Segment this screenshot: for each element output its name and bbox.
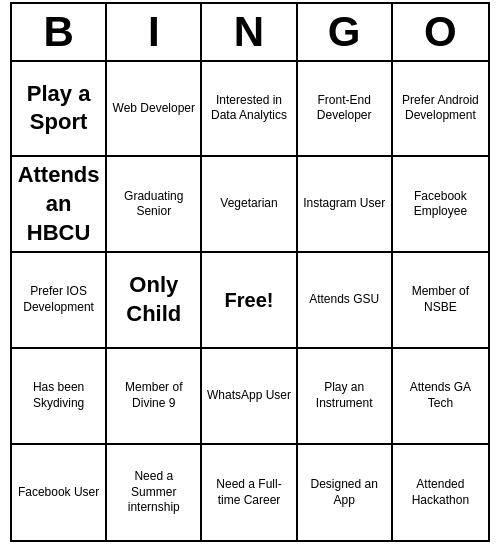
bingo-letter-i: I bbox=[107, 4, 202, 60]
bingo-letter-n: N bbox=[202, 4, 297, 60]
bingo-cell-16[interactable]: Member of Divine 9 bbox=[107, 349, 202, 445]
bingo-cell-11[interactable]: Only Child bbox=[107, 253, 202, 349]
bingo-grid: Play a SportWeb DeveloperInterested in D… bbox=[12, 62, 488, 541]
bingo-cell-12[interactable]: Free! bbox=[202, 253, 297, 349]
bingo-cell-19[interactable]: Attends GA Tech bbox=[393, 349, 488, 445]
bingo-cell-8[interactable]: Instagram User bbox=[298, 157, 393, 253]
bingo-cell-18[interactable]: Play an Instrument bbox=[298, 349, 393, 445]
bingo-cell-21[interactable]: Need a Summer internship bbox=[107, 445, 202, 541]
bingo-cell-15[interactable]: Has been Skydiving bbox=[12, 349, 107, 445]
bingo-letter-b: B bbox=[12, 4, 107, 60]
bingo-card: BINGO Play a SportWeb DeveloperIntereste… bbox=[10, 2, 490, 543]
bingo-cell-1[interactable]: Web Developer bbox=[107, 62, 202, 158]
bingo-cell-17[interactable]: WhatsApp User bbox=[202, 349, 297, 445]
bingo-cell-10[interactable]: Prefer IOS Development bbox=[12, 253, 107, 349]
bingo-header: BINGO bbox=[12, 4, 488, 62]
bingo-cell-7[interactable]: Vegetarian bbox=[202, 157, 297, 253]
bingo-letter-o: O bbox=[393, 4, 488, 60]
bingo-cell-3[interactable]: Front-End Developer bbox=[298, 62, 393, 158]
bingo-cell-4[interactable]: Prefer Android Development bbox=[393, 62, 488, 158]
bingo-cell-23[interactable]: Designed an App bbox=[298, 445, 393, 541]
bingo-letter-g: G bbox=[298, 4, 393, 60]
bingo-cell-24[interactable]: Attended Hackathon bbox=[393, 445, 488, 541]
bingo-cell-6[interactable]: Graduating Senior bbox=[107, 157, 202, 253]
bingo-cell-0[interactable]: Play a Sport bbox=[12, 62, 107, 158]
bingo-cell-13[interactable]: Attends GSU bbox=[298, 253, 393, 349]
bingo-cell-20[interactable]: Facebook User bbox=[12, 445, 107, 541]
bingo-cell-5[interactable]: Attends an HBCU bbox=[12, 157, 107, 253]
bingo-cell-9[interactable]: Facebook Employee bbox=[393, 157, 488, 253]
bingo-cell-22[interactable]: Need a Full-time Career bbox=[202, 445, 297, 541]
bingo-cell-2[interactable]: Interested in Data Analytics bbox=[202, 62, 297, 158]
bingo-cell-14[interactable]: Member of NSBE bbox=[393, 253, 488, 349]
